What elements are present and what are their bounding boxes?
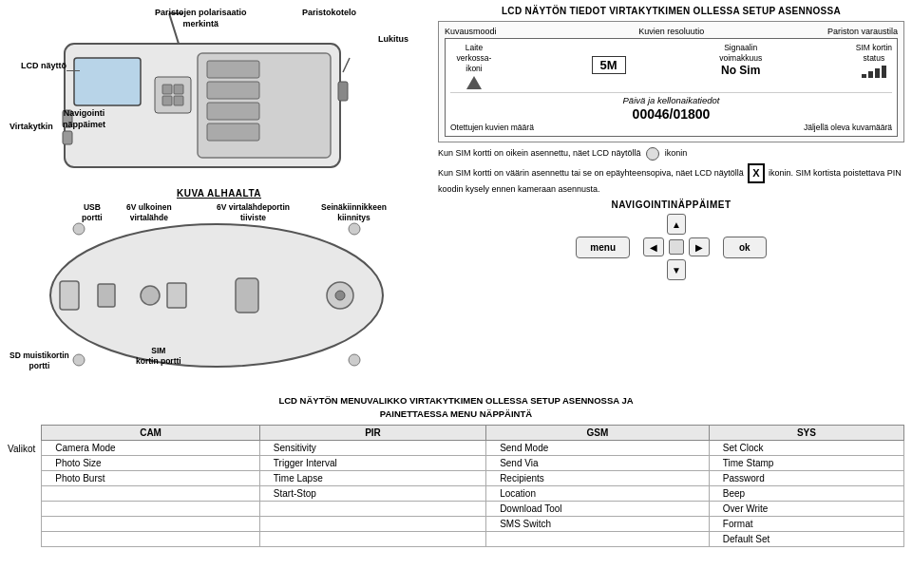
svg-rect-20 <box>98 284 115 307</box>
svg-rect-11 <box>155 77 191 113</box>
svg-point-27 <box>349 223 360 235</box>
label-sim-kortin: SIMkortin portti <box>136 346 181 367</box>
svg-rect-16 <box>338 82 348 101</box>
badge-nosim: No Sim <box>721 64 760 77</box>
ok-button[interactable]: ok <box>723 237 767 258</box>
label-pariston-varaustila: Pariston varaustila <box>827 27 898 36</box>
label-kuvien-resoluutio: Kuvien resoluutio <box>638 27 704 36</box>
label-lcd-naytto: LCD näyttö <box>10 61 66 70</box>
table-row: Photo Burst Time Lapse Recipients Passwo… <box>42 470 904 485</box>
svg-rect-12 <box>162 85 172 94</box>
badge-5m: 5M <box>592 56 626 74</box>
label-seinakiinnitys: Seinäkiinnikkeenkiinnitys <box>321 202 387 223</box>
label-usb: USBportti <box>82 202 103 223</box>
nav-keypad-area: menu ▲ ▼ ◀ ▶ ok <box>438 214 904 280</box>
svg-rect-23 <box>236 278 258 313</box>
table-row: Camera Mode Sensitivity Send Mode Set Cl… <box>42 440 904 455</box>
table-row: Default Set <box>42 531 904 546</box>
nav-title: NAVIGOINTINÄPPÄIMET <box>438 199 904 210</box>
svg-rect-15 <box>174 96 183 105</box>
table-row: Start-Stop Location Beep <box>42 485 904 501</box>
label-sd: SD muistikortinportti <box>10 351 69 371</box>
col-pir: PIR <box>259 425 485 440</box>
col-sys: SYS <box>709 425 903 440</box>
menu-table: CAM PIR GSM SYS Camera Mode Sensitivity … <box>41 425 904 547</box>
dpad: ▲ ▼ ◀ ▶ <box>643 214 710 280</box>
svg-rect-10 <box>207 123 259 141</box>
main-title: LCD NÄYTÖN TIEDOT VIRTAKYTKIMEN OLLESSA … <box>438 6 904 16</box>
svg-rect-9 <box>207 103 259 120</box>
svg-rect-8 <box>207 82 259 99</box>
menu-title: LCD NÄYTÖN MENUVALIKKO VIRTAKYTKIMEN OLL… <box>8 394 904 422</box>
label-laite-verkossa: Laiteverkossa-ikoni <box>457 43 492 74</box>
label-lukitus: Lukitus <box>378 34 408 44</box>
lcd-info-box: Kuvausmoodi Kuvien resoluutio Pariston v… <box>438 21 904 142</box>
valikot-label: Valikot <box>8 425 35 454</box>
label-6v-tiiviste: 6V virtalähdeportintiiviste <box>217 202 290 223</box>
label-sim-status: SIM kortinstatus <box>856 43 892 64</box>
svg-point-26 <box>73 223 85 235</box>
col-cam: CAM <box>42 425 260 440</box>
sim-text-1: Kun SIM kortti on oikein asennettu, näet… <box>438 147 904 161</box>
svg-rect-3 <box>74 58 141 105</box>
col-gsm: GSM <box>486 425 710 440</box>
svg-point-29 <box>349 354 360 366</box>
svg-rect-19 <box>60 281 79 310</box>
label-jaljella: Jäljellä oleva kuvamäärä <box>804 123 892 132</box>
label-signaalin: Signaalinvoimakkuus <box>719 43 762 64</box>
svg-rect-14 <box>162 96 172 105</box>
label-paristokotelo: Paristokotelo <box>302 8 356 17</box>
table-row: SMS Switch Format <box>42 516 904 531</box>
label-6v-ulkoinen: 6V ulkoinenvirtalähde <box>126 202 172 223</box>
label-kuvausmoodi: Kuvausmoodi <box>445 27 497 36</box>
label-virtakytkin: Virtakytkin <box>10 122 53 131</box>
menu-button[interactable]: menu <box>576 237 630 258</box>
sim-text-2: Kun SIM kortti on väärin asennettu tai s… <box>438 163 904 196</box>
kuva-alhaalta-label: KUVA ALHAALTA <box>8 188 430 199</box>
camera-top-diagram <box>8 6 426 181</box>
count-display: 00046/01800 <box>450 106 892 122</box>
svg-point-21 <box>141 286 160 305</box>
svg-rect-5 <box>63 131 72 144</box>
svg-line-17 <box>343 58 350 72</box>
label-otettujen: Otettujen kuvien määrä <box>450 123 534 132</box>
camera-bottom-diagram <box>8 200 426 386</box>
label-paristojen: Paristojen polarisaatiomerkintä <box>155 8 247 29</box>
svg-rect-13 <box>174 85 183 94</box>
label-navigointi: Navigointinäppäimet <box>63 108 105 130</box>
x-box: X <box>748 163 764 183</box>
table-row: Download Tool Over Write <box>42 501 904 516</box>
svg-point-25 <box>335 291 345 300</box>
svg-point-28 <box>73 354 85 366</box>
date-label: Päivä ja kellonaikatiedot <box>450 92 892 105</box>
svg-rect-7 <box>207 61 259 78</box>
svg-rect-22 <box>167 283 186 308</box>
table-row: Photo Size Trigger Interval Send Via Tim… <box>42 455 904 470</box>
